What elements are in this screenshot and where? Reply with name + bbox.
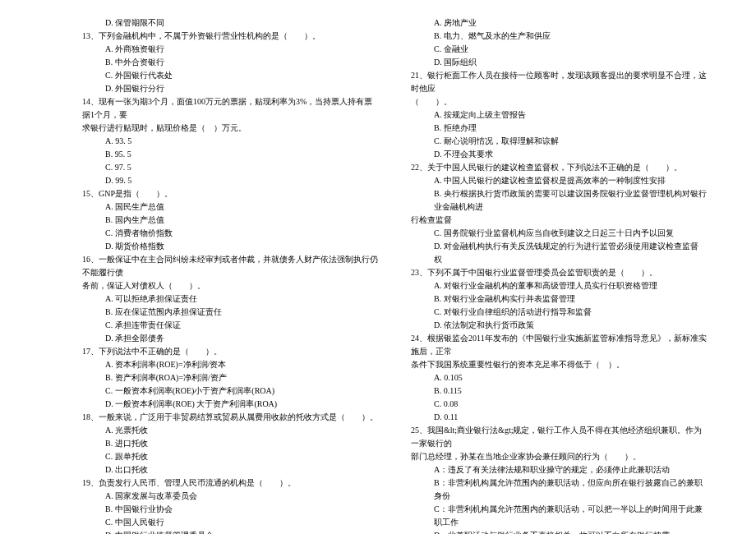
q16: 16、一般保证中在主合同纠纷未经审判或者仲裁，并就债务人财产依法强制执行仍不能履… bbox=[82, 253, 378, 279]
q24-option-a: A. 0.105 bbox=[411, 371, 707, 384]
q23-option-a: A. 对银行业金融机构的董事和高级管理人员实行任职资格管理 bbox=[411, 279, 707, 292]
q17-option-b: B. 资产利润率(ROA)=净利润/资产 bbox=[82, 371, 378, 384]
q15: 15、GNP是指（ ）。 bbox=[82, 187, 378, 200]
q25-option-a: A：违反了有关法律法规和职业操守的规定，必须停止此兼职活动 bbox=[411, 463, 707, 476]
q21-option-b: B. 拒绝办理 bbox=[411, 122, 707, 135]
left-column: D. 保管期限不同 13、下列金融机构中，不属于外资银行营业性机构的是（ ）。 … bbox=[82, 16, 378, 534]
q17-option-c: C. 一般资本利润率(ROE)小于资产利润率(ROA) bbox=[82, 384, 378, 398]
q25-option-d: D：此兼职活动与银行业务不直接相关，故可以不向所在银行披露 bbox=[411, 529, 707, 534]
q15-option-d: D. 期货价格指数 bbox=[82, 240, 378, 253]
q25-option-b: B：非营利机构属允许范围内的兼职活动，但应向所在银行披露自己的兼职身份 bbox=[411, 476, 707, 503]
q13-option-c: C. 外国银行代表处 bbox=[82, 69, 378, 82]
q25-option-c: C：非营利机构属允许范围内的兼职活动，可以把一半以上的时间用于此兼职工作 bbox=[411, 503, 707, 529]
q20-option-b: B. 电力、燃气及水的生产和供应 bbox=[411, 30, 707, 43]
q24: 24、根据银监会2011年发布的《中国银行业实施新监管标准指导意见》，新标准实施… bbox=[411, 332, 707, 358]
q22-option-b-cont: 行检查监督 bbox=[411, 214, 707, 227]
q19: 19、负责发行人民币、管理人民币流通的机构是（ ）。 bbox=[82, 476, 378, 490]
q21-option-a: A. 按规定向上级主管报告 bbox=[411, 108, 707, 122]
q14: 14、现有一张为期3个月，面值100万元的票据，贴现利率为3%，当持票人持有票据… bbox=[82, 95, 378, 122]
q16-option-a: A. 可以拒绝承担保证责任 bbox=[82, 292, 378, 306]
q19-option-c: C. 中国人民银行 bbox=[82, 516, 378, 529]
q20-option-a: A. 房地产业 bbox=[411, 16, 707, 30]
q22-option-c: C. 国务院银行业监督机构应当自收到建议之日起三十日内予以回复 bbox=[411, 227, 707, 240]
q16-option-b: B. 应在保证范围内承担保证责任 bbox=[82, 306, 378, 319]
q18: 18、一般来说，广泛用于非贸易结算或贸易从属费用收款的托收方式是（ ）。 bbox=[82, 411, 378, 424]
q18-option-c: C. 跟单托收 bbox=[82, 450, 378, 463]
q17-option-a: A. 资本利润率(ROE)=净利润/资本 bbox=[82, 358, 378, 371]
q14-option-b: B. 95. 5 bbox=[82, 148, 378, 161]
q19-option-b: B. 中国银行业协会 bbox=[82, 503, 378, 516]
q18-option-b: B. 进口托收 bbox=[82, 437, 378, 450]
q14-option-a: A. 93. 5 bbox=[82, 135, 378, 148]
q16-option-d: D. 承担全部债务 bbox=[82, 332, 378, 345]
q21-option-c: C. 耐心说明情况，取得理解和谅解 bbox=[411, 135, 707, 148]
q20-option-d: D. 国际组织 bbox=[411, 56, 707, 69]
q12-option-d: D. 保管期限不同 bbox=[82, 16, 378, 30]
q24-option-d: D. 0.11 bbox=[411, 411, 707, 424]
q24-option-b: B. 0.115 bbox=[411, 384, 707, 398]
q22-option-d: D. 对金融机构执行有关反洗钱规定的行为进行监管必须使用建议检查监督权 bbox=[411, 240, 707, 266]
q22: 22、关于中国人民银行的建议检查监督权，下列说法不正确的是（ ）。 bbox=[411, 161, 707, 174]
q13: 13、下列金融机构中，不属于外资银行营业性机构的是（ ）。 bbox=[82, 30, 378, 43]
q18-option-a: A. 光票托收 bbox=[82, 424, 378, 437]
q24-option-c: C. 0.08 bbox=[411, 398, 707, 411]
q13-option-a: A. 外商独资银行 bbox=[82, 43, 378, 56]
q22-option-a: A. 中国人民银行的建议检查监督权是提高效率的一种制度性安排 bbox=[411, 174, 707, 187]
q16-option-c: C. 承担连带责任保证 bbox=[82, 319, 378, 332]
q23-option-b: B. 对银行业金融机构实行并表监督管理 bbox=[411, 292, 707, 306]
q13-option-d: D. 外国银行分行 bbox=[82, 82, 378, 95]
q19-option-d: D. 中国银行业监督管理委员会 bbox=[82, 529, 378, 534]
q24-cont: 条件下我国系统重要性银行的资本充足率不得低于（ ）。 bbox=[411, 358, 707, 371]
q25-cont: 部门总经理，孙某在当地企业家协会兼任顾问的行为（ ）。 bbox=[411, 450, 707, 463]
q15-option-b: B. 国内生产总值 bbox=[82, 214, 378, 227]
q21: 21、银行柜面工作人员在接待一位顾客时，发现该顾客提出的要求明显不合理，这时他应 bbox=[411, 69, 707, 95]
q14-option-d: D. 99. 5 bbox=[82, 174, 378, 187]
q16-cont: 务前，保证人对债权人（ ）。 bbox=[82, 279, 378, 292]
q17-option-d: D. 一般资本利润率(ROE) 大于资产利润率(ROA) bbox=[82, 398, 378, 411]
q25: 25、我国&lt;商业银行法&gt;规定，银行工作人员不得在其他经济组织兼职。作… bbox=[411, 424, 707, 450]
q14-option-c: C. 97. 5 bbox=[82, 161, 378, 174]
q21-cont: （ ）。 bbox=[411, 95, 707, 108]
q15-option-c: C. 消费者物价指数 bbox=[82, 227, 378, 240]
q21-option-d: D. 不理会其要求 bbox=[411, 148, 707, 161]
q14-cont: 求银行进行贴现时，贴现价格是（ ）万元。 bbox=[82, 122, 378, 135]
q19-option-a: A. 国家发展与改革委员会 bbox=[82, 490, 378, 503]
q15-option-a: A. 国民生产总值 bbox=[82, 200, 378, 214]
q23: 23、下列不属于中国银行业监督管理委员会监管职责的是（ ）。 bbox=[411, 266, 707, 279]
q20-option-c: C. 金融业 bbox=[411, 43, 707, 56]
page-content: D. 保管期限不同 13、下列金融机构中，不属于外资银行营业性机构的是（ ）。 … bbox=[0, 0, 756, 534]
q18-option-d: D. 出口托收 bbox=[82, 463, 378, 476]
q23-option-d: D. 依法制定和执行货币政策 bbox=[411, 319, 707, 332]
q22-option-b: B. 央行根据执行货币政策的需要可以建议国务院银行业监督管理机构对银行业金融机构… bbox=[411, 187, 707, 214]
q13-option-b: B. 中外合资银行 bbox=[82, 56, 378, 69]
q23-option-c: C. 对银行业自律组织的活动进行指导和监督 bbox=[411, 306, 707, 319]
q17: 17、下列说法中不正确的是（ ）。 bbox=[82, 345, 378, 358]
right-column: A. 房地产业 B. 电力、燃气及水的生产和供应 C. 金融业 D. 国际组织 … bbox=[411, 16, 707, 534]
